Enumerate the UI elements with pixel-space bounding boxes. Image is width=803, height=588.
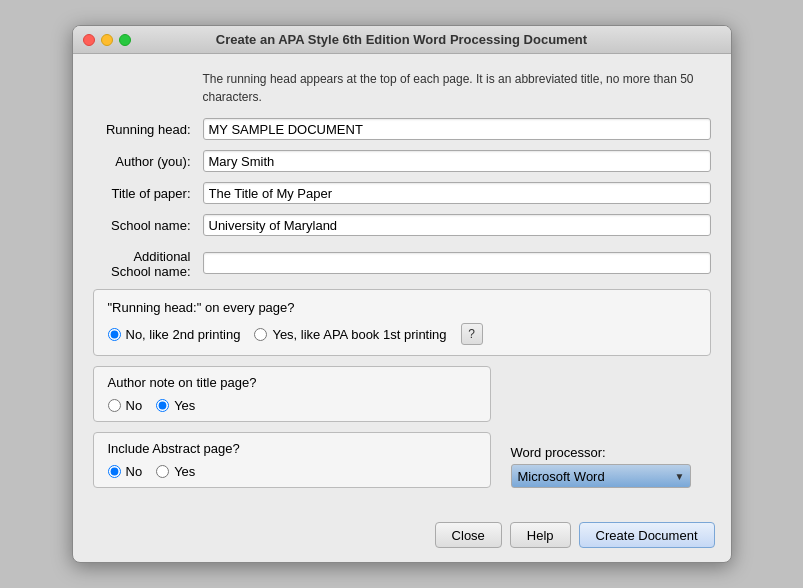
author-note-section: Author note on title page? No Yes xyxy=(93,366,491,422)
word-processor-label: Word processor: xyxy=(511,445,711,460)
word-processor-select[interactable]: Microsoft Word Other xyxy=(511,464,691,488)
create-document-button[interactable]: Create Document xyxy=(579,522,715,548)
author-note-radio-group: No Yes xyxy=(108,398,476,413)
word-processor-select-wrapper: Microsoft Word Other ▼ xyxy=(511,464,691,488)
title-row: Title of paper: xyxy=(93,182,711,204)
running-head-help-button[interactable]: ? xyxy=(461,323,483,345)
additional-school-label: Additional School name: xyxy=(93,246,203,279)
author-note-option1[interactable]: No xyxy=(108,398,143,413)
abstract-section: Include Abstract page? No Yes xyxy=(93,432,491,488)
right-column: Word processor: Microsoft Word Other ▼ xyxy=(511,366,711,488)
minimize-traffic-light[interactable] xyxy=(101,34,113,46)
abstract-title: Include Abstract page? xyxy=(108,441,476,456)
form-content: The running head appears at the top of e… xyxy=(73,54,731,512)
footer: Close Help Create Document xyxy=(73,512,731,562)
running-head-option2-label: Yes, like APA book 1st printing xyxy=(272,327,446,342)
help-button[interactable]: Help xyxy=(510,522,571,548)
school-input[interactable] xyxy=(203,214,711,236)
abstract-option2[interactable]: Yes xyxy=(156,464,195,479)
title-bar: Create an APA Style 6th Edition Word Pro… xyxy=(73,26,731,54)
abstract-radio1[interactable] xyxy=(108,465,121,478)
description-text: The running head appears at the top of e… xyxy=(93,70,711,106)
author-note-option2[interactable]: Yes xyxy=(156,398,195,413)
author-row: Author (you): xyxy=(93,150,711,172)
author-label: Author (you): xyxy=(93,154,203,169)
title-input[interactable] xyxy=(203,182,711,204)
running-head-label: Running head: xyxy=(93,122,203,137)
abstract-option1-label: No xyxy=(126,464,143,479)
abstract-radio-group: No Yes xyxy=(108,464,476,479)
running-head-radio1[interactable] xyxy=(108,328,121,341)
running-head-radio2[interactable] xyxy=(254,328,267,341)
title-label: Title of paper: xyxy=(93,186,203,201)
running-head-option1[interactable]: No, like 2nd printing xyxy=(108,327,241,342)
school-row: School name: xyxy=(93,214,711,236)
running-head-option1-label: No, like 2nd printing xyxy=(126,327,241,342)
running-head-section: "Running head:" on every page? No, like … xyxy=(93,289,711,356)
author-note-title: Author note on title page? xyxy=(108,375,476,390)
additional-school-row: Additional School name: xyxy=(93,246,711,279)
author-note-option2-label: Yes xyxy=(174,398,195,413)
running-head-row: Running head: xyxy=(93,118,711,140)
author-note-radio2[interactable] xyxy=(156,399,169,412)
close-traffic-light[interactable] xyxy=(83,34,95,46)
two-col-section: Author note on title page? No Yes xyxy=(93,366,711,488)
traffic-lights xyxy=(83,34,131,46)
author-input[interactable] xyxy=(203,150,711,172)
running-head-option2[interactable]: Yes, like APA book 1st printing xyxy=(254,327,446,342)
window-title: Create an APA Style 6th Edition Word Pro… xyxy=(216,32,587,47)
main-window: Create an APA Style 6th Edition Word Pro… xyxy=(72,25,732,563)
running-head-input[interactable] xyxy=(203,118,711,140)
author-note-radio1[interactable] xyxy=(108,399,121,412)
additional-school-input[interactable] xyxy=(203,252,711,274)
school-label: School name: xyxy=(93,218,203,233)
left-column: Author note on title page? No Yes xyxy=(93,366,491,488)
author-note-option1-label: No xyxy=(126,398,143,413)
maximize-traffic-light[interactable] xyxy=(119,34,131,46)
running-head-section-title: "Running head:" on every page? xyxy=(108,300,696,315)
abstract-option2-label: Yes xyxy=(174,464,195,479)
running-head-radio-group: No, like 2nd printing Yes, like APA book… xyxy=(108,323,696,345)
abstract-radio2[interactable] xyxy=(156,465,169,478)
abstract-option1[interactable]: No xyxy=(108,464,143,479)
close-button[interactable]: Close xyxy=(435,522,502,548)
